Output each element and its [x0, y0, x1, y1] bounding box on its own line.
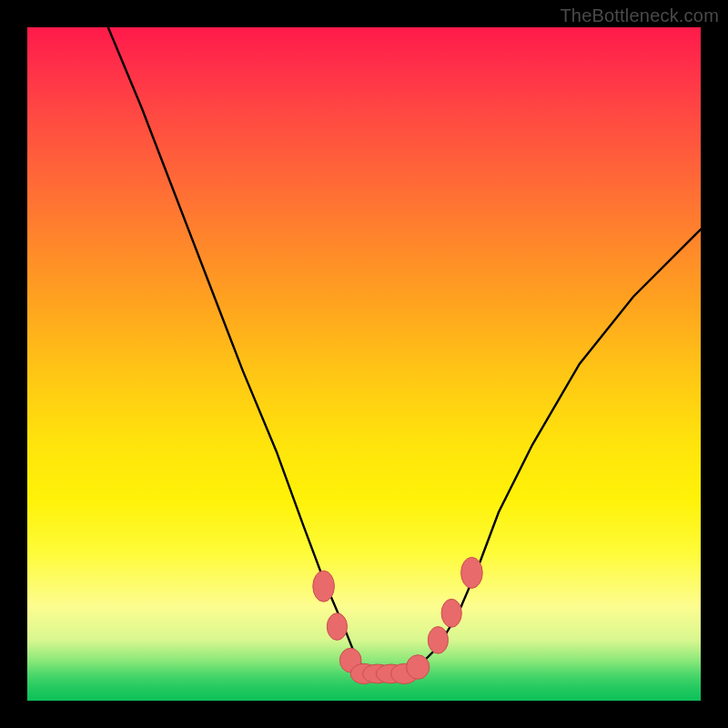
curve-marker	[428, 627, 448, 654]
curve-layer	[27, 27, 701, 701]
curve-marker	[327, 613, 347, 641]
curve-marker	[407, 655, 430, 680]
plot-area	[27, 27, 701, 701]
bottleneck-curve	[108, 27, 701, 673]
curve-marker	[441, 599, 461, 627]
curve-marker	[461, 557, 483, 588]
curve-markers	[313, 557, 482, 683]
curve-marker	[313, 571, 335, 602]
chart-frame: TheBottleneck.com	[0, 0, 728, 728]
watermark-text: TheBottleneck.com	[560, 5, 719, 26]
